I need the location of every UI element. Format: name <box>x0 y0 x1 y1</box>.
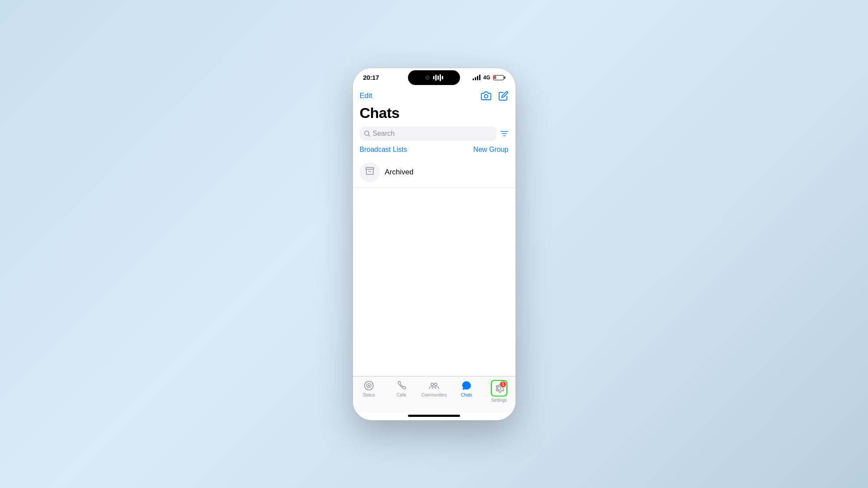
signal-bar-2 <box>475 77 476 80</box>
tab-item-chats[interactable]: Chats <box>450 380 483 397</box>
settings-notification-badge: 1 <box>500 381 506 388</box>
archived-row[interactable]: Archived <box>353 157 516 188</box>
home-indicator <box>408 415 460 417</box>
main-content-area <box>353 188 516 376</box>
battery-indicator <box>493 75 505 80</box>
tab-item-settings[interactable]: 1 Settings <box>483 380 516 403</box>
settings-tab-icon: 1 <box>493 383 505 394</box>
calls-tab-icon <box>396 380 407 391</box>
status-right-icons: 4G <box>473 75 505 81</box>
tab-bar: Status Calls Communities <box>353 376 516 412</box>
communities-tab-icon <box>428 380 440 391</box>
signal-bar-3 <box>477 76 478 80</box>
wave-bar-1 <box>433 76 434 79</box>
status-tab-label: Status <box>363 393 375 397</box>
svg-point-10 <box>431 383 434 386</box>
battery-fill <box>494 76 496 79</box>
tab-item-communities[interactable]: Communities <box>418 380 450 397</box>
phone-frame: 20:17 4G <box>353 68 516 420</box>
settings-highlight-box: 1 <box>491 380 507 396</box>
compose-icon[interactable] <box>498 91 509 101</box>
music-waveform <box>433 74 443 81</box>
filter-icon[interactable] <box>500 129 509 138</box>
svg-point-0 <box>484 95 488 98</box>
dynamic-island <box>408 70 460 85</box>
tab-item-calls[interactable]: Calls <box>385 380 418 397</box>
battery-body <box>493 75 504 80</box>
content-area: Edit Chats <box>353 87 516 376</box>
tab-item-status[interactable]: Status <box>353 380 385 397</box>
svg-point-11 <box>434 383 437 386</box>
search-placeholder-text: Search <box>373 130 492 138</box>
broadcast-lists-button[interactable]: Broadcast Lists <box>360 146 407 154</box>
chats-tab-label: Chats <box>461 393 472 397</box>
search-icon <box>364 131 370 137</box>
wave-bar-3 <box>437 75 439 80</box>
signal-bar-1 <box>473 79 474 80</box>
nav-row: Broadcast Lists New Group <box>353 146 516 154</box>
wave-bar-4 <box>440 74 441 81</box>
calls-tab-label: Calls <box>397 393 406 397</box>
status-time: 20:17 <box>363 74 379 81</box>
page-title: Chats <box>353 103 516 127</box>
wave-bar-5 <box>442 76 443 79</box>
search-row: Search <box>353 127 516 141</box>
camera-icon[interactable] <box>481 91 491 101</box>
communities-tab-label: Communities <box>421 393 447 397</box>
status-tab-icon <box>363 380 375 391</box>
header-icons <box>481 91 509 101</box>
signal-bar-4 <box>479 75 480 80</box>
status-bar: 20:17 4G <box>353 68 516 87</box>
chats-tab-icon <box>461 380 472 391</box>
svg-point-9 <box>368 385 370 386</box>
svg-rect-6 <box>366 167 374 169</box>
archive-icon <box>365 166 375 178</box>
signal-bars <box>473 75 480 80</box>
archived-label: Archived <box>385 168 414 177</box>
camera-dot <box>425 75 430 80</box>
settings-tab-label: Settings <box>491 398 507 403</box>
archived-icon-wrap <box>360 162 380 182</box>
svg-line-2 <box>368 135 370 136</box>
edit-button[interactable]: Edit <box>360 92 372 100</box>
search-bar[interactable]: Search <box>360 127 496 141</box>
network-label: 4G <box>483 75 490 81</box>
battery-tip <box>504 76 505 79</box>
header-actions: Edit <box>353 87 516 103</box>
wave-bar-2 <box>435 75 437 81</box>
new-group-button[interactable]: New Group <box>473 146 509 154</box>
